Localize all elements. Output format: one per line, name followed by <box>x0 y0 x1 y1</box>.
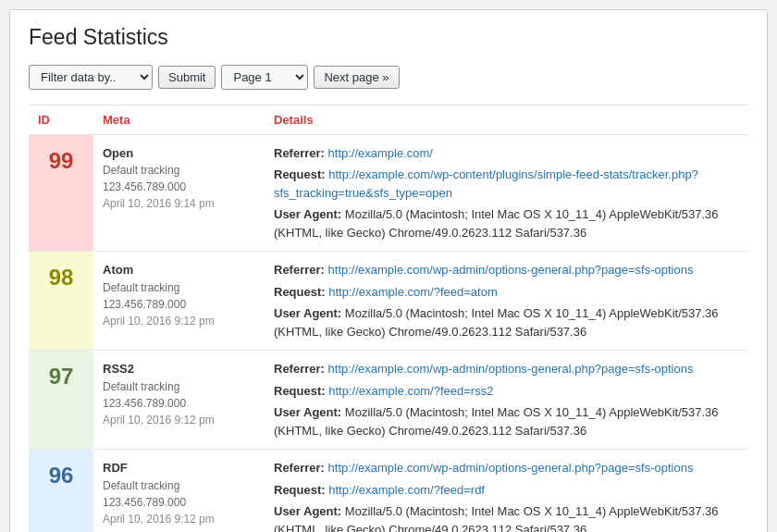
referrer-label: Referrer: <box>274 263 325 277</box>
referrer-link[interactable]: http://example.com/ <box>328 146 433 160</box>
meta-type: Atom <box>103 261 255 279</box>
request-label: Request: <box>274 167 326 181</box>
referrer-line: Referrer: http://example.com/wp-admin/op… <box>274 261 739 279</box>
col-header-meta: Meta <box>93 105 265 134</box>
referrer-line: Referrer: http://example.com/wp-admin/op… <box>274 360 739 378</box>
meta-date: April 10, 2016 9:12 pm <box>103 412 255 428</box>
meta-tracking: Default tracking <box>103 279 255 296</box>
meta-ip: 123.456.789.000 <box>103 296 255 313</box>
useragent-line: User Agent: Mozilla/5.0 (Macintosh; Inte… <box>274 304 739 340</box>
request-line: Request: http://example.com/?feed=rdf <box>274 481 739 500</box>
request-link[interactable]: http://example.com/?feed=atom <box>328 285 497 299</box>
meta-ip: 123.456.789.000 <box>103 395 255 412</box>
row-id: 97 <box>29 351 93 450</box>
toolbar: Filter data by.. Submit Page 1 Page 2 Ne… <box>29 65 748 90</box>
col-header-id: ID <box>29 105 93 134</box>
meta-ip: 123.456.789.000 <box>103 179 255 195</box>
meta-tracking: Default tracking <box>103 477 255 494</box>
page-select[interactable]: Page 1 Page 2 <box>221 65 308 90</box>
referrer-line: Referrer: http://example.com/wp-admin/op… <box>274 459 739 477</box>
row-details: Referrer: http://example.com/wp-admin/op… <box>265 252 748 351</box>
data-table: ID Meta Details 99 Open Default tracking… <box>29 105 748 532</box>
row-meta: RDF Default tracking 123.456.789.000 Apr… <box>93 450 265 532</box>
meta-date: April 10, 2016 9:12 pm <box>103 511 255 527</box>
row-details: Referrer: http://example.com/wp-admin/op… <box>265 450 748 532</box>
useragent-line: User Agent: Mozilla/5.0 (Macintosh; Inte… <box>274 403 739 439</box>
table-row: 99 Open Default tracking 123.456.789.000… <box>29 134 748 252</box>
useragent-line: User Agent: Mozilla/5.0 (Macintosh; Inte… <box>274 502 739 532</box>
meta-date: April 10, 2016 9:12 pm <box>103 313 255 329</box>
referrer-label: Referrer: <box>274 146 325 160</box>
meta-date: April 10, 2016 9:14 pm <box>103 195 255 212</box>
useragent-text: Mozilla/5.0 (Macintosh; Intel Mac OS X 1… <box>274 405 719 438</box>
row-meta: Atom Default tracking 123.456.789.000 Ap… <box>93 252 265 351</box>
row-id: 98 <box>29 252 93 351</box>
filter-select[interactable]: Filter data by.. <box>29 65 153 90</box>
row-details: Referrer: http://example.com/ Request: h… <box>265 134 748 252</box>
request-line: Request: http://example.com/?feed=atom <box>274 283 739 302</box>
request-label: Request: <box>274 384 326 398</box>
useragent-label: User Agent: <box>274 306 341 320</box>
meta-ip: 123.456.789.000 <box>103 494 255 511</box>
meta-type: Open <box>103 144 255 163</box>
row-details: Referrer: http://example.com/wp-admin/op… <box>265 351 748 450</box>
meta-type: RDF <box>103 459 255 477</box>
table-row: 98 Atom Default tracking 123.456.789.000… <box>29 252 748 351</box>
row-meta: Open Default tracking 123.456.789.000 Ap… <box>93 134 265 252</box>
request-link[interactable]: http://example.com/wp-content/plugins/si… <box>274 167 698 200</box>
submit-button[interactable]: Submit <box>158 66 216 89</box>
row-meta: RSS2 Default tracking 123.456.789.000 Ap… <box>93 351 265 450</box>
table-row: 96 RDF Default tracking 123.456.789.000 … <box>29 450 748 532</box>
table-header-row: ID Meta Details <box>29 105 748 134</box>
meta-type: RSS2 <box>103 360 255 378</box>
useragent-label: User Agent: <box>274 207 341 221</box>
table-row: 97 RSS2 Default tracking 123.456.789.000… <box>29 351 748 450</box>
useragent-line: User Agent: Mozilla/5.0 (Macintosh; Inte… <box>274 205 739 241</box>
request-link[interactable]: http://example.com/?feed=rdf <box>328 483 485 497</box>
referrer-line: Referrer: http://example.com/ <box>274 144 739 163</box>
main-panel: Feed Statistics Filter data by.. Submit … <box>9 9 768 532</box>
referrer-label: Referrer: <box>274 362 325 376</box>
useragent-label: User Agent: <box>274 504 341 518</box>
useragent-text: Mozilla/5.0 (Macintosh; Intel Mac OS X 1… <box>274 207 719 240</box>
meta-tracking: Default tracking <box>103 162 255 179</box>
row-id: 99 <box>29 134 93 252</box>
request-link[interactable]: http://example.com/?feed=rss2 <box>328 384 493 398</box>
referrer-label: Referrer: <box>274 461 325 475</box>
page-title: Feed Statistics <box>29 24 748 52</box>
request-label: Request: <box>274 483 326 497</box>
meta-tracking: Default tracking <box>103 378 255 395</box>
col-header-details: Details <box>265 105 748 134</box>
row-id: 96 <box>29 450 93 532</box>
referrer-link[interactable]: http://example.com/wp-admin/options-gene… <box>328 362 694 376</box>
next-page-button[interactable]: Next page » <box>314 66 399 89</box>
referrer-link[interactable]: http://example.com/wp-admin/options-gene… <box>328 263 694 277</box>
referrer-link[interactable]: http://example.com/wp-admin/options-gene… <box>328 461 694 475</box>
useragent-text: Mozilla/5.0 (Macintosh; Intel Mac OS X 1… <box>274 306 719 339</box>
request-label: Request: <box>274 285 326 299</box>
useragent-label: User Agent: <box>274 405 341 419</box>
request-line: Request: http://example.com/?feed=rss2 <box>274 382 739 401</box>
request-line: Request: http://example.com/wp-content/p… <box>274 166 739 202</box>
